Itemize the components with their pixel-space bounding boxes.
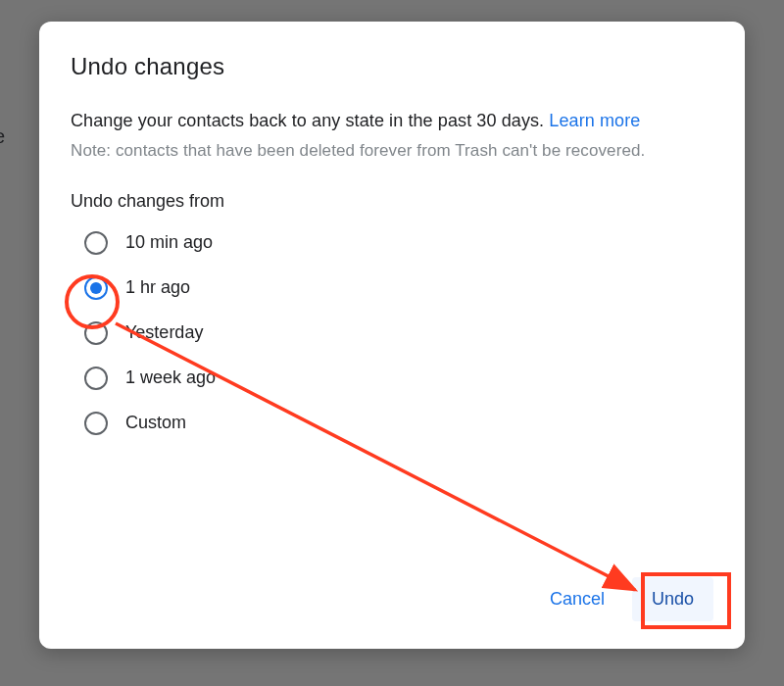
radio-label: 1 week ago <box>125 368 216 388</box>
radio-icon <box>84 367 108 390</box>
radio-group: 10 min ago 1 hr ago Yesterday 1 week ago… <box>71 231 713 435</box>
radio-option-1week[interactable]: 1 week ago <box>84 367 713 390</box>
radio-label: 1 hr ago <box>125 277 190 298</box>
radio-icon <box>84 321 108 345</box>
cancel-button[interactable]: Cancel <box>530 577 624 621</box>
section-label: Undo changes from <box>71 191 713 212</box>
radio-icon <box>84 412 108 435</box>
dialog-actions: Cancel Undo <box>530 577 713 621</box>
radio-option-yesterday[interactable]: Yesterday <box>84 321 713 345</box>
radio-label: Custom <box>125 413 186 433</box>
radio-icon <box>84 276 108 300</box>
background-text-fragment: e <box>0 125 5 148</box>
undo-changes-dialog: Undo changes Change your contacts back t… <box>39 22 745 649</box>
description-text: Change your contacts back to any state i… <box>71 111 544 130</box>
learn-more-link[interactable]: Learn more <box>549 111 640 130</box>
dialog-note: Note: contacts that have been deleted fo… <box>71 138 713 164</box>
radio-option-custom[interactable]: Custom <box>84 412 713 435</box>
radio-option-10min[interactable]: 10 min ago <box>84 231 713 255</box>
radio-label: 10 min ago <box>125 232 213 253</box>
undo-button[interactable]: Undo <box>632 577 713 621</box>
radio-label: Yesterday <box>125 322 203 343</box>
radio-option-1hr[interactable]: 1 hr ago <box>84 276 713 300</box>
dialog-description: Change your contacts back to any state i… <box>71 108 713 134</box>
radio-icon <box>84 231 108 255</box>
dialog-title: Undo changes <box>71 53 713 80</box>
